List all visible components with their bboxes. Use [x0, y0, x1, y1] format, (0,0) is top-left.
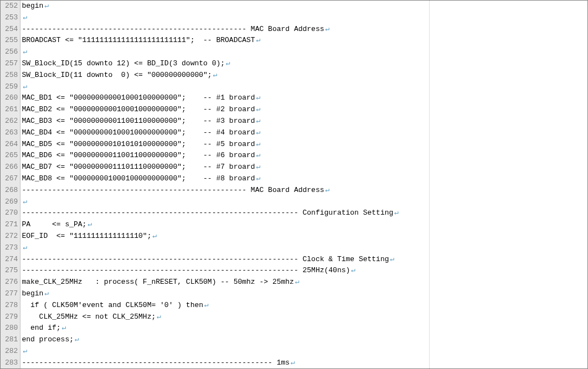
line-number: 271: [1, 219, 20, 231]
eol-marker-icon: ↵: [256, 36, 261, 44]
eol-marker-icon: ↵: [390, 255, 395, 263]
eol-marker-icon: ↵: [204, 301, 209, 309]
line-number: 259: [1, 81, 20, 93]
code-line[interactable]: end if;↵: [20, 323, 587, 334]
eol-marker-icon: ↵: [44, 2, 49, 10]
line-number: 279: [1, 311, 20, 323]
code-line[interactable]: EOF_ID <= "1111111111111110";↵: [20, 231, 587, 242]
line-number: 281: [1, 334, 20, 346]
code-line[interactable]: ↵: [20, 242, 587, 254]
code-text: MAC_BD5 <= "000000000101010100000000"; -…: [22, 140, 255, 148]
line-number: 260: [1, 92, 20, 104]
code-text: begin: [22, 289, 43, 298]
code-line[interactable]: ↵: [20, 346, 587, 357]
eol-marker-icon: ↵: [152, 232, 157, 240]
code-text: MAC_BD4 <= "000000000100010000000000"; -…: [22, 128, 255, 137]
eol-marker-icon: ↵: [256, 93, 261, 102]
line-number: 280: [1, 323, 20, 334]
line-number: 278: [1, 300, 20, 311]
code-line[interactable]: begin↵: [20, 1, 587, 12]
code-text: begin: [22, 2, 43, 10]
code-line[interactable]: CLK_25MHz <= not CLK_25MHz;↵: [20, 311, 587, 323]
eol-marker-icon: ↵: [326, 186, 330, 194]
eol-marker-icon: ↵: [256, 140, 261, 148]
eol-marker-icon: ↵: [326, 25, 330, 33]
code-text: MAC_BD3 <= "000000000011001100000000"; -…: [22, 117, 255, 125]
line-number: 261: [1, 104, 20, 116]
code-line[interactable]: PA <= s_PA;↵: [20, 219, 587, 231]
code-line[interactable]: if ( CLK50M'event and CLK50M= '0' ) then…: [20, 300, 587, 311]
line-number: 258: [1, 70, 20, 81]
line-number: 273: [1, 242, 20, 254]
code-line[interactable]: ↵: [20, 46, 587, 58]
code-line[interactable]: MAC_BD2 <= "000000000010001000000000"; -…: [20, 104, 587, 116]
code-text: ----------------------------------------…: [22, 186, 324, 194]
line-number: 257: [1, 58, 20, 70]
code-text: MAC_BD2 <= "000000000010001000000000"; -…: [22, 105, 255, 113]
code-line[interactable]: MAC_BD8 <= "000000001000100000000000"; -…: [20, 173, 587, 185]
code-line[interactable]: ↵: [20, 12, 587, 24]
code-line[interactable]: SW_Block_ID(11 downto 0) <= "00000000000…: [20, 70, 587, 81]
editor-content: 2522532542552562572582592602612622632642…: [1, 1, 587, 368]
code-text: BROADCAST <= "111111111111111111111111";…: [22, 36, 255, 44]
code-line[interactable]: MAC_BD6 <= "000000000110011000000000"; -…: [20, 150, 587, 162]
eol-marker-icon: ↵: [256, 174, 261, 183]
line-number: 252: [1, 1, 20, 12]
code-line[interactable]: MAC_BD1 <= "000000000001000100000000"; -…: [20, 92, 587, 104]
code-text: SW_Block_ID(15 downto 12) <= BD_ID(3 dow…: [22, 59, 225, 67]
code-line[interactable]: ↵: [20, 81, 587, 93]
eol-marker-icon: ↵: [256, 117, 261, 125]
code-text: ----------------------------------------…: [22, 266, 350, 274]
eol-marker-icon: ↵: [23, 347, 27, 355]
code-text: MAC_BD1 <= "000000000001000100000000"; -…: [22, 93, 255, 102]
eol-marker-icon: ↵: [87, 220, 92, 228]
code-text: MAC_BD8 <= "000000001000100000000000"; -…: [22, 174, 255, 183]
code-text: CLK_25MHz <= not CLK_25MHz;: [22, 313, 156, 321]
line-number: 266: [1, 162, 20, 173]
code-line[interactable]: make_CLK_25MHz : process( F_nRESET, CLK5…: [20, 277, 587, 288]
line-number: 276: [1, 277, 20, 288]
code-text: ----------------------------------------…: [22, 25, 324, 33]
line-number: 277: [1, 288, 20, 300]
code-line[interactable]: ----------------------------------------…: [20, 254, 587, 266]
eol-marker-icon: ↵: [44, 289, 49, 298]
eol-marker-icon: ↵: [291, 358, 295, 367]
code-line[interactable]: SW_Block_ID(15 downto 12) <= BD_ID(3 dow…: [20, 58, 587, 70]
line-number: 270: [1, 207, 20, 219]
eol-marker-icon: ↵: [23, 198, 27, 206]
code-line[interactable]: BROADCAST <= "111111111111111111111111";…: [20, 35, 587, 46]
line-number: 268: [1, 185, 20, 196]
code-line[interactable]: MAC_BD3 <= "000000000011001100000000"; -…: [20, 116, 587, 127]
line-number: 254: [1, 24, 20, 35]
code-line[interactable]: MAC_BD7 <= "000000000111011100000000"; -…: [20, 162, 587, 173]
code-line[interactable]: MAC_BD4 <= "000000000100010000000000"; -…: [20, 127, 587, 139]
line-number: 264: [1, 139, 20, 150]
line-number: 274: [1, 254, 20, 266]
eol-marker-icon: ↵: [226, 59, 230, 67]
eol-marker-icon: ↵: [256, 105, 261, 113]
code-line[interactable]: ↵: [20, 196, 587, 208]
eol-marker-icon: ↵: [394, 209, 399, 217]
code-editor: 2522532542552562572582592602612622632642…: [0, 0, 588, 369]
line-number: 275: [1, 265, 20, 277]
code-text: MAC_BD6 <= "000000000110011000000000"; -…: [22, 151, 255, 159]
code-text-area[interactable]: begin↵↵---------------------------------…: [20, 1, 587, 368]
code-line[interactable]: ----------------------------------------…: [20, 24, 587, 35]
eol-marker-icon: ↵: [213, 71, 218, 79]
code-line[interactable]: begin↵: [20, 288, 587, 300]
code-line[interactable]: end process;↵: [20, 334, 587, 346]
eol-marker-icon: ↵: [23, 82, 27, 91]
code-text: end process;: [22, 335, 74, 344]
code-text: PA <= s_PA;: [22, 220, 86, 228]
code-text: make_CLK_25MHz : process( F_nRESET, CLK5…: [22, 278, 293, 286]
code-text: ----------------------------------------…: [22, 358, 290, 367]
code-text: EOF_ID <= "1111111111111110";: [22, 232, 151, 240]
eol-marker-icon: ↵: [23, 48, 27, 56]
code-line[interactable]: ----------------------------------------…: [20, 357, 587, 368]
line-number: 283: [1, 357, 20, 369]
code-line[interactable]: ----------------------------------------…: [20, 207, 587, 219]
code-line[interactable]: ----------------------------------------…: [20, 185, 587, 196]
line-number: 255: [1, 35, 20, 46]
code-line[interactable]: ----------------------------------------…: [20, 265, 587, 277]
code-line[interactable]: MAC_BD5 <= "000000000101010100000000"; -…: [20, 139, 587, 150]
